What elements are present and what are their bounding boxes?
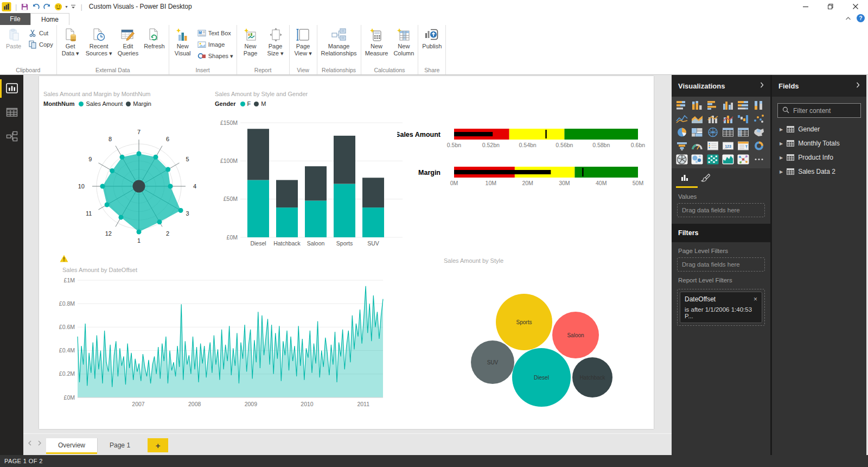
viz-gallery-100-stacked-bar-icon[interactable] [736,99,750,111]
expand-icon[interactable]: ▶ [780,155,783,160]
edit-queries-button[interactable]: EditQueries [116,26,141,66]
viz-gallery-network-icon[interactable] [736,154,750,165]
bullet-chart-sales-amount[interactable]: Sales Amount0.5bn0.52bn0.54bn0.56bn0.58b… [397,126,647,153]
viz-gallery-card-icon[interactable]: 123 [721,140,735,152]
text-box-button[interactable]: Text Box [196,28,235,38]
page-tab-page-1[interactable]: Page 1 [97,438,142,452]
page-view-button[interactable]: PageView ▾ [291,26,315,66]
viz-gallery-stacked-column-icon[interactable] [690,99,704,111]
viz-gallery-bubble-custom-icon[interactable] [690,154,704,165]
page-tab-overview[interactable]: Overview [46,438,97,452]
page-size-button[interactable]: PageSize ▾ [264,26,288,66]
nav-report-view[interactable] [0,78,23,99]
restore-button[interactable] [818,0,843,13]
field-table-sales-data-2[interactable]: ▶Sales Data 2 [772,165,866,179]
search-input[interactable]: Filter content [777,103,861,118]
collapse-fields-icon[interactable] [856,82,860,90]
help-icon[interactable]: ? [857,14,865,22]
area-chart[interactable]: £0M£0.2M£0.4M£0.6M£0.8M£1M20072008200920… [55,276,397,414]
save-button[interactable] [21,3,29,11]
viz-gallery-funnel-icon[interactable] [675,140,689,152]
viz-gallery-treemap-icon[interactable] [690,127,704,138]
viz-gallery-scatter-icon[interactable] [752,113,766,124]
cut-button[interactable]: Cut [27,28,55,38]
new-page-button[interactable]: NewPage [239,26,263,66]
new-measure-icon [368,28,385,43]
copy-button[interactable]: Copy [27,40,55,49]
recent-sources-button[interactable]: RecentSources ▾ [84,26,114,66]
warning-icon[interactable] [60,255,68,264]
paste-button[interactable]: Paste [2,26,25,66]
viz-gallery-table-icon[interactable] [721,127,735,138]
nav-relationships-view[interactable] [0,126,23,147]
stacked-column-chart[interactable]: £0M£50M£100M£150MDieselHatchbackSaloonSp… [217,117,404,253]
viz-gallery-stacked-bar-icon[interactable] [675,99,689,111]
viz-gallery-waterfall-icon[interactable] [736,113,750,124]
viz-gallery-area-icon[interactable] [690,113,704,124]
smiley-dropdown-caret[interactable]: ▾ [65,4,67,9]
viz-gallery-table-heatmap-icon[interactable] [706,154,720,165]
viz-gallery-multi-row-card-icon[interactable] [706,140,720,152]
viz-gallery-100-stacked-column-icon[interactable] [752,99,766,111]
viz-gallery-matrix-icon[interactable] [736,127,750,138]
values-drop-zone[interactable]: Drag data fields here [677,203,765,217]
report-level-filters-drop-zone[interactable]: DateOffset × is after 1/1/2006 1:40:53 P… [677,289,765,326]
viz-gallery-line-clustered-column-icon[interactable] [721,113,735,124]
prev-page-arrow[interactable] [28,440,32,447]
viz-gallery-map-icon[interactable] [706,127,720,138]
customize-quick-access-button[interactable] [70,3,76,10]
svg-text:2: 2 [166,230,169,237]
image-button[interactable]: Image [196,40,235,49]
new-column-button[interactable]: NewColumn [391,26,416,66]
new-visual-button[interactable]: NewVisual [171,26,195,66]
get-data-button[interactable]: GetData ▾ [59,26,82,66]
collapse-visualizations-icon[interactable] [760,82,764,90]
viz-gallery-donut-icon[interactable] [752,140,766,152]
minimize-button[interactable] [793,0,818,13]
shapes-button[interactable]: Shapes ▾ [196,51,235,61]
tab-home[interactable]: Home [30,13,69,25]
field-table-product-info[interactable]: ▶Product Info [772,150,866,165]
feedback-smiley-button[interactable] [54,3,62,11]
collapse-ribbon-icon[interactable] [845,15,851,22]
redo-button[interactable] [43,3,52,11]
expand-icon[interactable]: ▶ [780,141,783,146]
viz-gallery-custom-area-icon[interactable] [721,154,735,165]
paste-icon [5,28,22,43]
report-page[interactable]: Sales Amount and Margin by MonthNum Mont… [39,76,654,429]
viz-gallery-clustered-column-icon[interactable] [721,99,735,111]
viz-gallery-slicer-icon[interactable] [736,140,750,152]
viz-gallery-filled-map-icon[interactable] [752,127,766,138]
nav-data-view[interactable] [0,102,23,123]
bullet-chart-margin[interactable]: Margin0M10M20M30M40M50M [397,164,647,191]
filter-card-dateoffset[interactable]: DateOffset × is after 1/1/2006 1:40:53 P… [680,292,762,323]
viz-gallery-line-icon[interactable] [675,113,689,124]
tab-file[interactable]: File [0,13,30,25]
next-page-arrow[interactable] [37,440,42,447]
manage-relationships-button[interactable]: ManageRelationships [319,26,359,66]
field-table-gender[interactable]: ▶Gender [772,122,866,136]
undo-button[interactable] [31,3,40,11]
remove-filter-icon[interactable]: × [754,295,757,303]
viz-gallery-more-options-icon[interactable] [752,154,766,165]
radar-chart[interactable]: 123456789101112 [50,113,234,255]
expand-icon[interactable]: ▶ [780,169,783,174]
tab-fields-well[interactable] [680,173,689,183]
viz-gallery-gauge-icon[interactable] [690,140,704,152]
new-measure-button[interactable]: NewMeasure [363,26,391,66]
tab-format-well[interactable] [701,173,710,184]
field-table-monthly-totals[interactable]: ▶Monthly Totals [772,136,866,150]
viz-gallery-aster-plot-icon[interactable] [675,154,689,165]
expand-icon[interactable]: ▶ [780,127,783,132]
refresh-button[interactable]: Refresh [142,26,167,66]
page-level-filters-drop-zone[interactable]: Drag data fields here [677,257,765,272]
viz-gallery-pie-icon[interactable] [675,127,689,138]
viz-gallery-line-stacked-column-icon[interactable] [706,113,720,124]
cut-icon [28,29,37,37]
publish-button[interactable]: Publish [420,26,444,66]
new-page-tab-button[interactable]: + [148,438,168,452]
viz-gallery-clustered-bar-icon[interactable] [706,99,720,111]
bubble-chart[interactable]: SportsSaloonSUVDieselHatchback [435,272,649,429]
new-visual-icon [175,28,191,43]
close-button[interactable] [843,0,868,13]
